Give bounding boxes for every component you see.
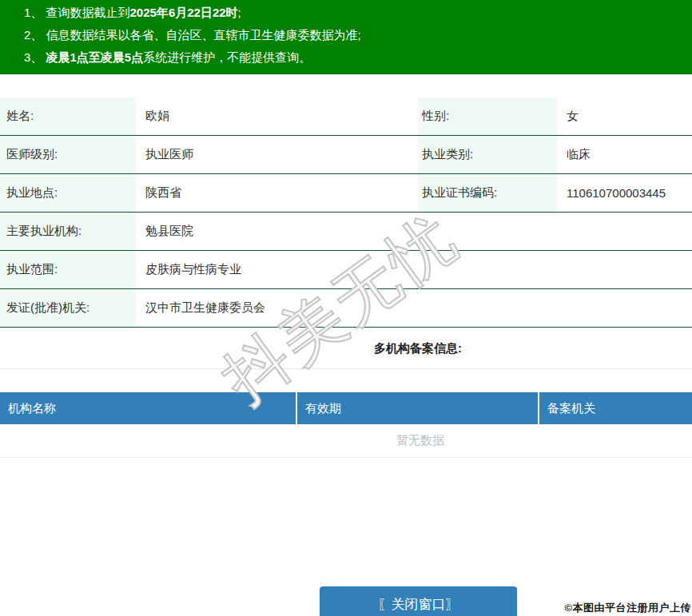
notice-line-1-bold: 2025年6月22日22时 [130,6,238,19]
notice-line-1-pre: 1、 查询数据截止到 [24,6,130,19]
field-label-practice-location: 执业地点: [0,174,136,212]
notice-line-2: 2、 信息数据结果以各省、自治区、直辖市卫生健康委数据为准; [24,24,692,46]
field-label-gender: 性别: [418,97,557,135]
table-row-main-institution: 主要执业机构: 勉县医院 [0,213,692,251]
field-label-issuing-authority: 发证(批准)机关: [0,289,136,327]
field-value-gender: 女 [567,97,579,135]
column-header-filing-authority: 备案机关 [539,392,692,424]
field-value-practice-location: 陕西省 [145,174,181,212]
field-label-physician-level: 医师级别: [0,136,136,173]
notice-line-3-pre: 3、 [24,50,46,64]
table-row-issuing-authority: 发证(批准)机关: 汉中市卫生健康委员会 [0,289,692,328]
field-label-main-institution: 主要执业机构: [0,213,136,250]
close-window-button[interactable]: 〖关闭窗口〗 [320,586,517,616]
field-label-practice-category: 执业类别: [418,136,557,173]
table-row-level-category: 医师级别: 执业医师 执业类别: 临床 [0,136,692,174]
column-header-validity-period: 有效期 [297,392,539,424]
table-row-practice-scope: 执业范围: 皮肤病与性病专业 [0,251,692,289]
notice-line-1: 1、 查询数据截止到2025年6月22日22时; [24,2,692,24]
field-value-practice-category: 临床 [567,136,591,173]
notice-line-2-pre: 2、 信息数据结果以各省、自治区、直辖市卫生健康委数据为准; [24,28,361,42]
field-label-certificate-number: 执业证书编码: [418,174,557,212]
field-label-practice-scope: 执业范围: [0,251,136,288]
field-value-issuing-authority: 汉中市卫生健康委员会 [145,289,265,327]
registration-table-header: 机构名称 有效期 备案机关 [0,392,692,424]
column-header-institution-name: 机构名称 [0,392,297,424]
multi-institution-heading: 多机构备案信息: [0,328,692,369]
table-row-name-gender: 姓名: 欧娟 性别: 女 [0,97,692,136]
notice-line-1-post: ; [238,6,241,19]
notice-line-3-post: 系统进行维护，不能提供查询。 [143,50,311,64]
notice-line-3-bold: 凌晨1点至凌晨5点 [46,50,144,64]
table-row-location-certificate: 执业地点: 陕西省 执业证书编码: 110610700003445 [0,174,692,213]
copyright-note: ©本图由平台注册用户上传 [564,601,691,615]
notice-line-3: 3、 凌晨1点至凌晨5点系统进行维护，不能提供查询。 [24,46,692,69]
field-label-name: 姓名: [0,97,136,135]
field-value-practice-scope: 皮肤病与性病专业 [145,251,241,288]
field-value-physician-level: 执业医师 [145,136,193,173]
field-value-main-institution: 勉县医院 [145,213,193,250]
field-value-name: 欧娟 [145,97,169,135]
notice-banner: 1、 查询数据截止到2025年6月22日22时; 2、 信息数据结果以各省、自治… [0,0,692,74]
physician-query-result-page: 1、 查询数据截止到2025年6月22日22时; 2、 信息数据结果以各省、自治… [0,0,692,616]
empty-data-text: 暂无数据 [0,424,692,458]
physician-info-table: 姓名: 欧娟 性别: 女 医师级别: 执业医师 执业类别: 临床 执业地点: 陕… [0,97,692,328]
field-value-certificate-number: 110610700003445 [567,174,666,212]
